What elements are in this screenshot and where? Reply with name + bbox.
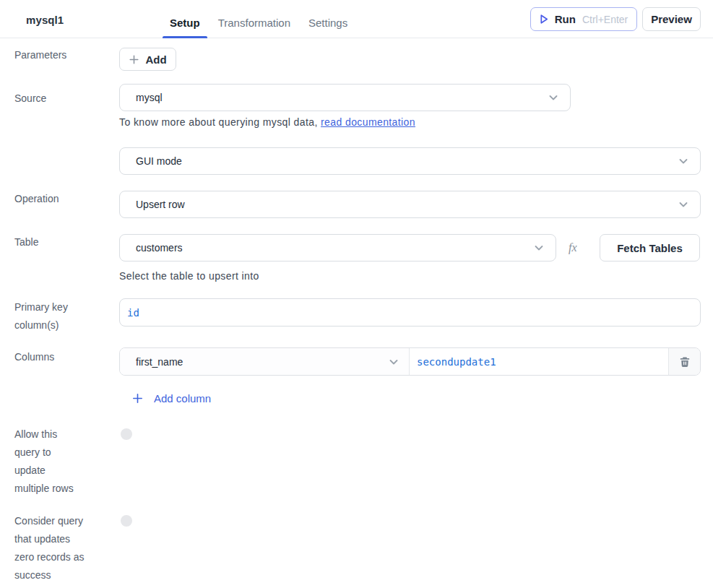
tab-settings[interactable]: Settings [301, 0, 355, 38]
add-parameter-button[interactable]: Add [119, 48, 176, 71]
query-editor-panel: mysql1 Setup Transformation Settings Run… [0, 0, 713, 588]
chevron-down-icon [387, 355, 400, 368]
label-parameters: Parameters [14, 46, 111, 64]
column-row: first_name secondupdate1 [119, 347, 701, 376]
add-column-button[interactable]: Add column [132, 392, 211, 405]
label-allow-multiple-rows: Allow this query to update multiple rows [14, 425, 111, 498]
label-columns: Columns [14, 348, 111, 366]
label-primary-key: Primary key column(s) [14, 298, 111, 334]
datasource-select[interactable]: mysql [119, 84, 571, 111]
query-header: mysql1 Setup Transformation Settings Run… [0, 0, 713, 38]
primary-key-value: id [127, 307, 139, 319]
run-label: Run [555, 13, 576, 25]
tab-transformation[interactable]: Transformation [211, 0, 298, 38]
operation-value: Upsert row [136, 199, 185, 210]
table-helper-text: Select the table to upsert into [119, 269, 259, 282]
allow-multiple-rows-toggle[interactable] [121, 428, 132, 440]
run-shortcut: Ctrl+Enter [582, 14, 628, 25]
column-value: secondupdate1 [417, 356, 496, 368]
add-parameter-label: Add [145, 53, 166, 66]
column-name-select[interactable]: first_name [120, 348, 410, 375]
play-icon [540, 14, 548, 25]
trash-icon [678, 355, 691, 368]
delete-column-button[interactable] [669, 348, 700, 375]
fetch-tables-button[interactable]: Fetch Tables [600, 234, 700, 261]
primary-key-input[interactable]: id [119, 298, 701, 327]
operation-select[interactable]: Upsert row [119, 191, 701, 218]
mode-select[interactable]: GUI mode [119, 147, 701, 175]
mode-value: GUI mode [136, 155, 182, 167]
add-column-label: Add column [154, 392, 211, 405]
label-source: Source [14, 90, 111, 108]
read-documentation-link[interactable]: read documentation [321, 116, 415, 128]
query-name[interactable]: mysql1 [26, 14, 64, 26]
label-table: Table [14, 233, 111, 251]
label-zero-records-success: Consider query that updates zero records… [14, 512, 111, 584]
chevron-down-icon [532, 241, 545, 254]
tab-setup[interactable]: Setup [163, 0, 207, 38]
zero-records-success-toggle[interactable] [121, 515, 132, 527]
table-select[interactable]: customers [119, 234, 556, 261]
chevron-down-icon [677, 198, 690, 211]
datasource-value: mysql [136, 92, 163, 103]
plus-icon [132, 393, 143, 404]
chevron-down-icon [677, 155, 690, 168]
run-button[interactable]: Run Ctrl+Enter [530, 7, 637, 31]
table-value: customers [136, 242, 183, 254]
plus-icon [129, 54, 139, 65]
column-value-input[interactable]: secondupdate1 [410, 348, 669, 375]
fx-toggle-icon[interactable]: fx [569, 241, 583, 254]
query-tabs: Setup Transformation Settings [163, 0, 355, 38]
source-helper-text: To know more about querying mysql data, … [119, 116, 415, 129]
chevron-down-icon [547, 91, 560, 104]
preview-button[interactable]: Preview [642, 7, 701, 31]
column-name-value: first_name [136, 356, 183, 368]
label-operation: Operation [14, 190, 111, 208]
